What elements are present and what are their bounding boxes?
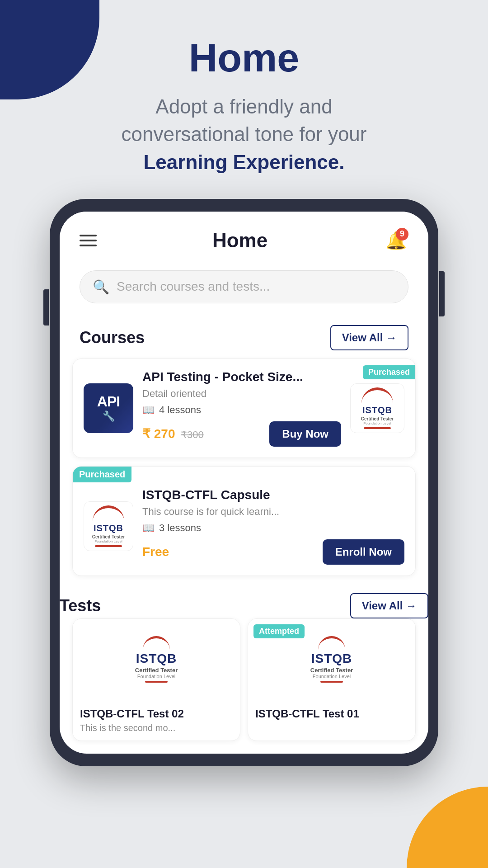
app-screen-title: Home: [212, 229, 267, 252]
course-card-1-inner: API 🔧 API Testing - Pocket Size... Detai…: [73, 359, 415, 458]
course-2-info: ISTQB-CTFL Capsule This course is for qu…: [142, 488, 404, 565]
istqb-sub1: Certified Tester: [361, 416, 394, 421]
phone-screen: Home 🔔 9 🔍 Search courses and tests... C…: [60, 212, 428, 754]
hamburger-line3: [80, 245, 97, 246]
app-header: Home 🔔 9: [60, 212, 428, 266]
courses-view-all-button[interactable]: View All →: [330, 325, 408, 350]
course-2-price-row: Free Enroll Now: [142, 539, 404, 565]
test-2-name: ISTQB-CTFL Test 01: [255, 708, 408, 720]
page-title: Home: [27, 36, 461, 80]
course-2-price-free: Free: [142, 545, 169, 559]
book-icon: 📖: [142, 404, 155, 416]
tests-section-title: Tests: [60, 596, 101, 615]
test-1-thumbnail: ISTQB Certified Tester Foundation Level: [73, 619, 240, 700]
course-2-purchased-row: Purchased: [73, 467, 415, 482]
istqb-bar-t1: [145, 681, 168, 683]
course-1-thumbnail: API 🔧: [84, 383, 133, 433]
course-2-purchased-badge: Purchased: [73, 467, 131, 482]
subtitle-bold: Learning Experience.: [143, 151, 344, 173]
courses-section-header: Courses View All →: [60, 316, 428, 359]
search-bar[interactable]: 🔍 Search courses and tests...: [80, 270, 408, 303]
hamburger-line1: [80, 235, 97, 236]
test-1-name: ISTQB-CTFL Test 02: [80, 708, 233, 720]
istqb-logo-2: ISTQB Certified Tester Foundation Level: [92, 505, 125, 547]
istqb-bottom-bar-2: [95, 545, 122, 547]
course-1-price-row: ₹ 270 ₹300 Buy Now: [142, 421, 341, 447]
course-1-info: API Testing - Pocket Size... Detail orie…: [142, 370, 341, 447]
course-2-name: ISTQB-CTFL Capsule: [142, 488, 404, 502]
phone-frame: Home 🔔 9 🔍 Search courses and tests... C…: [50, 199, 438, 766]
subtitle-line1: Adopt a friendly and: [155, 95, 332, 118]
course-2-lesson-count: 3 lessons: [159, 522, 201, 534]
tests-grid: ISTQB Certified Tester Foundation Level …: [60, 618, 428, 754]
test-2-info: ISTQB-CTFL Test 01: [248, 700, 415, 730]
search-container: 🔍 Search courses and tests...: [60, 266, 428, 316]
course-1-description: Detail oriented: [142, 388, 341, 400]
test-1-info: ISTQB-CTFL Test 02 This is the second mo…: [73, 700, 240, 741]
courses-section-title: Courses: [80, 328, 145, 347]
istqb-arc-t1: [143, 636, 170, 650]
course-1-purchased-badge: Purchased: [363, 365, 415, 379]
hamburger-line2: [80, 240, 97, 241]
hero-section: Home Adopt a friendly and conversational…: [0, 0, 488, 199]
book-icon-2: 📖: [142, 522, 155, 534]
istqb-sub1-t2: Certified Tester: [310, 667, 353, 674]
api-wrench-icon: 🔧: [103, 410, 115, 422]
course-card-1: API 🔧 API Testing - Pocket Size... Detai…: [72, 359, 416, 458]
tests-section-header: Tests View All →: [60, 593, 428, 618]
istqb-bar-t2: [320, 681, 343, 683]
courses-container: API 🔧 API Testing - Pocket Size... Detai…: [60, 359, 428, 593]
istqb-text-2: ISTQB: [92, 523, 125, 533]
istqb-text: ISTQB: [361, 405, 394, 415]
istqb-bottom-bar: [364, 427, 391, 429]
course-card-2-inner: ISTQB Certified Tester Foundation Level …: [73, 482, 415, 576]
notification-button[interactable]: 🔔 9: [383, 228, 408, 253]
course-1-lesson-count: 4 lessons: [159, 404, 201, 416]
istqb-text-t1: ISTQB: [135, 651, 178, 666]
istqb-logo-1: ISTQB Certified Tester Foundation Level: [361, 387, 394, 429]
istqb-logo-test1: ISTQB Certified Tester Foundation Level: [135, 636, 178, 683]
subtitle-line2: conversational tone for your: [122, 123, 367, 145]
test-2-attempted-badge: Attempted: [253, 624, 305, 638]
hamburger-menu[interactable]: [80, 235, 97, 246]
course-1-name: API Testing - Pocket Size...: [142, 370, 341, 384]
istqb-logo-test2: ISTQB Certified Tester Foundation Level: [310, 636, 353, 683]
tests-view-all-button[interactable]: View All →: [350, 593, 428, 618]
istqb-arc-2: [93, 505, 124, 521]
api-logo-text: API: [97, 394, 120, 409]
course-1-lessons: 📖 4 lessons: [142, 404, 341, 416]
test-1-description: This is the second mo...: [80, 723, 233, 733]
istqb-arc: [361, 387, 393, 403]
course-2-description: This course is for quick learni...: [142, 506, 404, 518]
notification-badge: 9: [396, 228, 408, 241]
course-2-thumbnail: ISTQB Certified Tester Foundation Level: [84, 501, 133, 551]
course-2-lessons: 📖 3 lessons: [142, 522, 404, 534]
course-1-right-thumb: ISTQB Certified Tester Foundation Level …: [350, 383, 404, 433]
course-1-pricing: ₹ 270 ₹300: [142, 426, 204, 441]
search-placeholder-text: Search courses and tests...: [117, 279, 270, 294]
course-card-2: Purchased ISTQB Certified Tester Foundat…: [72, 466, 416, 576]
istqb-arc-t2: [318, 636, 345, 650]
course-1-price-original: ₹300: [181, 429, 204, 440]
course-1-price-current: ₹ 270: [142, 427, 175, 441]
phone-mockup-container: Home 🔔 9 🔍 Search courses and tests... C…: [0, 199, 488, 766]
istqb-sub2: Foundation Level: [361, 421, 394, 425]
page-subtitle: Adopt a friendly and conversational tone…: [27, 93, 461, 176]
istqb-text-t2: ISTQB: [310, 651, 353, 666]
istqb-sub2-t1: Foundation Level: [135, 674, 178, 679]
istqb-sub2-2: Foundation Level: [92, 539, 125, 543]
search-icon: 🔍: [93, 279, 109, 295]
test-card-1: ISTQB Certified Tester Foundation Level …: [72, 618, 240, 741]
test-card-2: Attempted ISTQB Certified Tester Foundat…: [248, 618, 416, 741]
course-1-buy-button[interactable]: Buy Now: [269, 421, 341, 447]
bg-decoration-bottom-right: [407, 787, 488, 868]
course-2-enroll-button[interactable]: Enroll Now: [323, 539, 404, 565]
istqb-sub1-2: Certified Tester: [92, 534, 125, 539]
istqb-sub1-t1: Certified Tester: [135, 667, 178, 674]
istqb-sub2-t2: Foundation Level: [310, 674, 353, 679]
